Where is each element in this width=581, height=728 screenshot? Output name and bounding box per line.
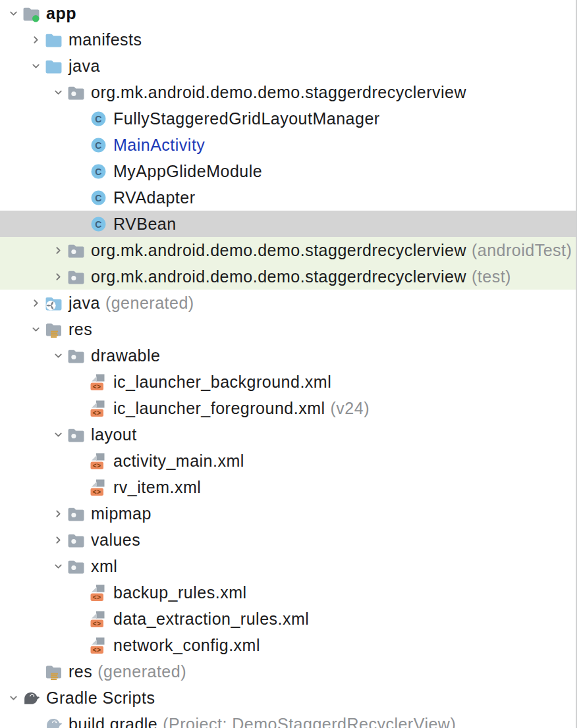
tree-item-suffix: (v24) — [331, 399, 370, 418]
chevron-spacer — [71, 632, 90, 658]
tree-row-backup-rules[interactable]: backup_rules.xml — [0, 579, 576, 606]
chevron-spacer — [26, 658, 45, 685]
chevron-right-icon[interactable] — [49, 263, 67, 290]
project-tree: app manifests java org.mk.android.demo.d… — [0, 0, 576, 728]
res-folder-icon — [45, 321, 63, 338]
tree-row-ic-launcher-background[interactable]: ic_launcher_background.xml — [0, 369, 576, 395]
tree-row-mipmap[interactable]: mipmap — [0, 500, 576, 527]
tree-row-package-test[interactable]: org.mk.android.demo.demo.staggerdrecycle… — [0, 263, 576, 290]
package-folder-icon — [67, 531, 85, 549]
tree-item-label: build.gradle — [69, 715, 157, 728]
chevron-spacer — [71, 132, 90, 158]
xml-file-icon — [90, 610, 107, 628]
generated-java-folder-icon — [45, 294, 63, 312]
tree-row-package-main[interactable]: org.mk.android.demo.demo.staggerdrecycle… — [0, 79, 576, 105]
chevron-right-icon[interactable] — [26, 26, 45, 53]
chevron-right-icon[interactable] — [49, 237, 67, 263]
package-folder-icon — [67, 505, 85, 523]
tree-item-label: rv_item.xml — [113, 478, 201, 497]
tree-row-res[interactable]: res — [0, 316, 576, 342]
chevron-spacer — [71, 184, 90, 211]
chevron-right-icon[interactable] — [49, 527, 67, 553]
chevron-spacer — [71, 105, 90, 132]
tree-item-suffix: (test) — [472, 267, 511, 286]
tree-row-network-config[interactable]: network_config.xml — [0, 632, 576, 658]
chevron-down-icon[interactable] — [49, 553, 67, 579]
tree-row-values[interactable]: values — [0, 527, 576, 553]
tree-item-label: data_extraction_rules.xml — [113, 610, 309, 629]
tree-row-fullystaggeredgridlayoutmanager[interactable]: FullyStaggeredGridLayoutManager — [0, 105, 576, 132]
tree-row-rvadapter[interactable]: RVAdapter — [0, 184, 576, 211]
chevron-spacer — [71, 369, 90, 395]
panel-divider[interactable] — [576, 0, 577, 728]
tree-row-gradle-scripts[interactable]: Gradle Scripts — [0, 685, 576, 711]
xml-file-icon — [90, 452, 107, 470]
tree-row-java-generated[interactable]: java (generated) — [0, 290, 576, 316]
tree-row-rv-item[interactable]: rv_item.xml — [0, 474, 576, 500]
res-folder-icon — [45, 663, 63, 681]
tree-item-label: values — [91, 531, 140, 550]
xml-file-icon — [90, 400, 107, 417]
tree-item-label: app — [46, 4, 76, 23]
chevron-spacer — [71, 606, 90, 632]
tree-row-mainactivity[interactable]: MainActivity — [0, 132, 576, 158]
xml-file-icon — [90, 373, 107, 391]
chevron-down-icon[interactable] — [49, 421, 67, 448]
chevron-down-icon[interactable] — [49, 342, 67, 369]
tree-row-myappglidemodule[interactable]: MyAppGlideModule — [0, 158, 576, 184]
tree-row-drawable[interactable]: drawable — [0, 342, 576, 369]
tree-row-data-extraction-rules[interactable]: data_extraction_rules.xml — [0, 606, 576, 632]
class-icon — [90, 189, 107, 207]
tree-row-build-gradle[interactable]: build.gradle (Project: DemoStaggerdRecyc… — [0, 711, 576, 728]
chevron-spacer — [26, 711, 45, 728]
tree-item-label: java — [69, 294, 100, 313]
module-folder-icon — [22, 5, 40, 22]
tree-item-label: MyAppGlideModule — [113, 162, 262, 181]
class-icon — [90, 136, 107, 154]
folder-icon — [45, 31, 63, 49]
tree-item-label: org.mk.android.demo.demo.staggerdrecycle… — [91, 83, 466, 102]
chevron-right-icon[interactable] — [26, 290, 45, 316]
tree-item-label: java — [69, 57, 100, 76]
tree-item-label: RVBean — [113, 215, 177, 234]
chevron-right-icon[interactable] — [49, 500, 67, 527]
tree-row-java[interactable]: java — [0, 53, 576, 79]
chevron-down-icon[interactable] — [26, 316, 45, 342]
tree-row-activity-main[interactable]: activity_main.xml — [0, 448, 576, 474]
tree-item-label: ic_launcher_foreground.xml — [113, 399, 325, 418]
class-icon — [90, 110, 107, 128]
tree-item-suffix: (Project: DemoStaggerdRecyclerView) — [163, 715, 456, 728]
tree-row-app[interactable]: app — [0, 0, 576, 26]
tree-item-label: RVAdapter — [113, 188, 195, 207]
tree-row-package-androidtest[interactable]: org.mk.android.demo.demo.staggerdrecycle… — [0, 237, 576, 263]
tree-row-rvbean[interactable]: RVBean — [0, 211, 576, 237]
tree-item-label: backup_rules.xml — [113, 583, 247, 602]
chevron-down-icon[interactable] — [4, 0, 22, 26]
class-icon — [90, 215, 107, 233]
gradle-icon — [22, 689, 40, 707]
tree-row-ic-launcher-foreground[interactable]: ic_launcher_foreground.xml (v24) — [0, 395, 576, 421]
chevron-spacer — [71, 579, 90, 606]
tree-row-res-generated[interactable]: res (generated) — [0, 658, 576, 685]
tree-row-xml[interactable]: xml — [0, 553, 576, 579]
tree-item-suffix: (generated) — [105, 294, 194, 313]
chevron-down-icon[interactable] — [49, 79, 67, 105]
tree-item-suffix: (androidTest) — [472, 241, 572, 260]
package-folder-icon — [67, 242, 85, 259]
chevron-down-icon[interactable] — [26, 53, 45, 79]
chevron-down-icon[interactable] — [4, 685, 22, 711]
package-folder-icon — [67, 268, 85, 286]
chevron-spacer — [71, 158, 90, 184]
tree-row-layout[interactable]: layout — [0, 421, 576, 448]
chevron-spacer — [71, 211, 90, 237]
tree-item-label: drawable — [91, 346, 160, 365]
tree-item-label: network_config.xml — [113, 636, 260, 655]
class-icon — [90, 163, 107, 180]
package-folder-icon — [67, 347, 85, 365]
tree-row-manifests[interactable]: manifests — [0, 26, 576, 53]
tree-item-label: FullyStaggeredGridLayoutManager — [113, 109, 380, 128]
xml-file-icon — [90, 479, 107, 496]
tree-item-label: manifests — [69, 30, 142, 49]
xml-file-icon — [90, 584, 107, 602]
tree-item-suffix: (generated) — [97, 662, 186, 681]
